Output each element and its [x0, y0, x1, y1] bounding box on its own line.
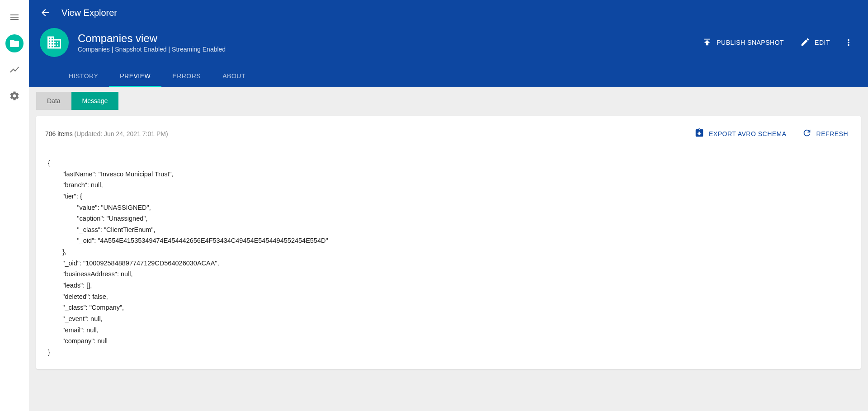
more-button[interactable] [840, 34, 857, 51]
tab-history[interactable]: HISTORY [58, 66, 109, 87]
publish-icon [702, 37, 712, 48]
preview-card: 706 items (Updated: Jun 24, 2021 7:01 PM… [36, 116, 861, 369]
subtab-data[interactable]: Data [36, 92, 71, 110]
edit-button[interactable]: EDIT [794, 33, 836, 52]
back-button[interactable] [40, 7, 51, 18]
edit-label: EDIT [815, 39, 830, 46]
export-label: EXPORT AVRO SCHEMA [709, 130, 787, 137]
folder-icon[interactable] [5, 34, 24, 52]
export-avro-button[interactable]: EXPORT AVRO SCHEMA [691, 125, 790, 142]
subtabs: Data Message [36, 92, 868, 110]
publish-label: PUBLISH SNAPSHOT [717, 39, 784, 46]
tab-preview[interactable]: PREVIEW [109, 66, 161, 87]
subtab-message[interactable]: Message [71, 92, 119, 110]
edit-icon [800, 37, 810, 48]
items-count: 706 items [45, 130, 73, 137]
json-output: { "lastName": "Invesco Municipal Trust",… [45, 157, 852, 358]
tab-errors[interactable]: ERRORS [161, 66, 212, 87]
refresh-button[interactable]: REFRESH [798, 125, 852, 142]
settings-icon[interactable] [5, 87, 24, 105]
view-avatar [40, 28, 69, 57]
header: View Explorer Companies view Companies |… [29, 0, 868, 87]
status-text: 706 items (Updated: Jun 24, 2021 7:01 PM… [45, 130, 168, 137]
updated-time: (Updated: Jun 24, 2021 7:01 PM) [73, 130, 168, 137]
view-title: Companies view [78, 32, 226, 45]
view-subtitle: Companies | Snapshot Enabled | Streaming… [78, 46, 226, 53]
main-area: View Explorer Companies view Companies |… [29, 0, 868, 411]
menu-icon[interactable] [5, 8, 24, 26]
tab-about[interactable]: ABOUT [212, 66, 256, 87]
chart-icon[interactable] [5, 61, 24, 79]
content: Data Message 706 items (Updated: Jun 24,… [29, 87, 868, 411]
refresh-label: REFRESH [816, 130, 848, 137]
publish-snapshot-button[interactable]: PUBLISH SNAPSHOT [696, 33, 790, 52]
export-icon [694, 128, 704, 139]
tabs: HISTORY PREVIEW ERRORS ABOUT [58, 66, 857, 87]
page-title: View Explorer [61, 8, 117, 18]
refresh-icon [802, 128, 812, 139]
left-sidebar [0, 0, 29, 411]
